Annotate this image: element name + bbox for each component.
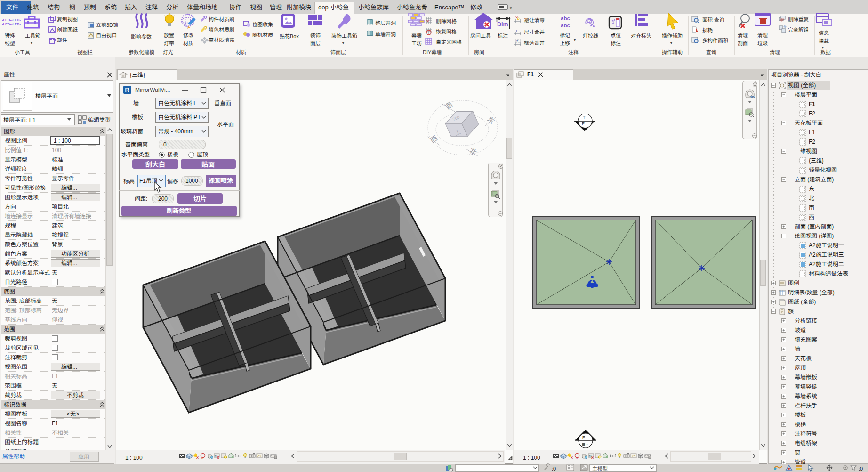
svg-text:R: R: [125, 87, 129, 93]
svg-text:E-: E-: [582, 435, 587, 440]
svg-text:x: x: [591, 455, 594, 460]
svg-text:x: x: [576, 456, 578, 460]
svg-text:▦ -: ▦ -: [582, 442, 588, 446]
svg-text:x: x: [571, 455, 573, 460]
